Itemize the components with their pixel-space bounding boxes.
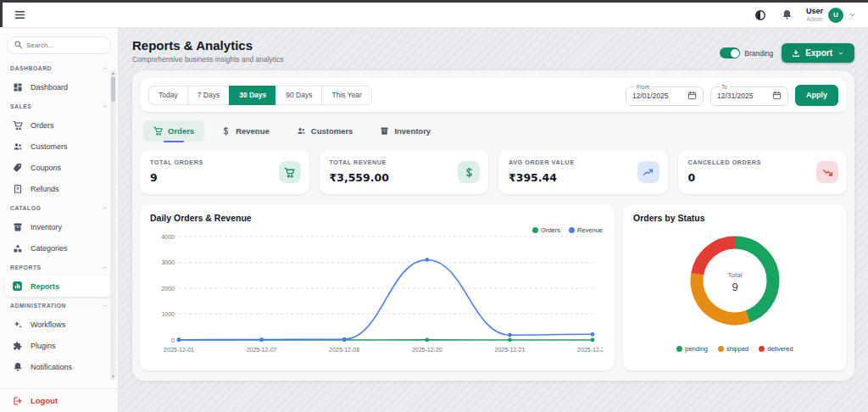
legend-item: shipped	[718, 345, 748, 353]
scroll-down-icon[interactable]: ▼	[110, 374, 116, 379]
sidebar-search	[7, 36, 111, 54]
sidebar-item-customers[interactable]: Customers	[5, 136, 113, 157]
range-30days-button[interactable]: 30 Days	[229, 86, 275, 105]
window-top-edge	[0, 0, 868, 3]
svg-text:3000: 3000	[161, 259, 175, 265]
sidebar-nav: DASHBOARD Dashboard SALES Orders Custome…	[0, 58, 118, 388]
svg-text:0: 0	[171, 337, 175, 343]
receipt-icon	[12, 184, 23, 194]
trend-up-icon	[637, 161, 659, 183]
sparkles-icon	[12, 320, 23, 330]
sidebar-item-inventory[interactable]: Inventory	[5, 216, 113, 237]
theme-toggle-icon[interactable]	[753, 8, 768, 23]
puzzle-icon	[12, 341, 23, 351]
shapes-icon	[12, 243, 23, 253]
search-icon	[14, 40, 23, 49]
sidebar-section-sales[interactable]: SALES	[5, 97, 113, 114]
chevron-down-icon	[849, 11, 856, 19]
chevron-up-icon	[102, 303, 108, 309]
notifications-bell-icon[interactable]	[780, 8, 794, 22]
chart-legend: OrdersRevenue	[532, 226, 603, 234]
export-button[interactable]: Export	[782, 43, 854, 63]
bar-chart-icon	[12, 281, 23, 292]
donut-chart: Total9	[671, 223, 798, 343]
range-thisyear-button[interactable]: This Year	[321, 86, 371, 105]
page-subtitle: Comprehensive business insights and anal…	[132, 55, 284, 64]
apply-button[interactable]: Apply	[795, 85, 838, 106]
sidebar-section-dashboard[interactable]: DASHBOARD	[5, 59, 113, 76]
range-7days-button[interactable]: 7 Days	[187, 86, 229, 105]
tab-orders[interactable]: Orders	[143, 120, 204, 142]
svg-text:2025-12-07: 2025-12-07	[247, 347, 277, 353]
sidebar-item-orders[interactable]: Orders	[5, 114, 113, 136]
chevron-down-icon	[837, 50, 844, 57]
page-title: Reports & Analytics	[132, 38, 284, 53]
sidebar-item-dashboard[interactable]: Dashboard	[5, 76, 113, 97]
tab-customers[interactable]: Customers	[287, 120, 364, 142]
svg-text:2000: 2000	[161, 286, 175, 292]
report-tabs: Orders Revenue Customers Inventory	[143, 120, 847, 142]
range-button-group: Today 7 Days 30 Days 90 Days This Year	[148, 86, 372, 105]
sidebar-section-administration[interactable]: ADMINISTRATION	[5, 297, 113, 314]
user-role: Admin	[806, 16, 823, 22]
user-name: User	[806, 8, 823, 15]
orders-by-status-chart: Orders by Status Total9 pendingshippedde…	[623, 204, 847, 370]
dollar-icon	[221, 126, 231, 136]
from-date-field[interactable]: From 12/01/2025	[626, 84, 704, 106]
svg-text:Total: Total	[728, 271, 743, 279]
archive-icon	[12, 222, 23, 232]
tag-icon	[12, 163, 23, 173]
sidebar-item-refunds[interactable]: Refunds	[5, 178, 113, 199]
line-chart: 010002000300040002025-12-012025-12-07202…	[150, 223, 603, 357]
svg-text:2025-12-01: 2025-12-01	[164, 347, 194, 353]
user-menu[interactable]: User Admin U	[806, 8, 856, 23]
dollar-icon	[458, 161, 480, 183]
main-content: Reports & Analytics Comprehensive busine…	[119, 28, 868, 412]
tab-revenue[interactable]: Revenue	[211, 120, 280, 142]
branding-toggle[interactable]: Branding	[720, 47, 773, 58]
users-icon	[12, 142, 23, 152]
chevron-up-icon	[102, 65, 108, 71]
legend-item: pending	[676, 345, 708, 353]
donut-legend: pendingshippeddelivered	[676, 345, 793, 353]
chevron-up-icon	[102, 103, 108, 109]
chevron-up-icon	[102, 205, 108, 211]
sidebar-item-categories[interactable]: Categories	[5, 237, 113, 259]
scroll-up-icon[interactable]: ▲	[110, 70, 116, 75]
range-today-button[interactable]: Today	[148, 86, 187, 105]
sidebar-section-catalog[interactable]: CATALOG	[5, 199, 113, 216]
svg-text:4000: 4000	[161, 234, 175, 240]
avatar: U	[828, 8, 843, 23]
topbar: User Admin U	[0, 3, 868, 28]
legend-item: Revenue	[569, 226, 603, 234]
chart-title: Daily Orders & Revenue	[150, 213, 604, 223]
legend-item: delivered	[759, 345, 793, 353]
bell-icon	[12, 362, 23, 372]
calendar-icon[interactable]	[772, 91, 782, 100]
users-icon	[297, 126, 306, 136]
sidebar-section-reports[interactable]: REPORTS	[5, 259, 113, 276]
sidebar: DASHBOARD Dashboard SALES Orders Custome…	[0, 28, 119, 412]
page-header: Reports & Analytics Comprehensive busine…	[119, 28, 868, 70]
range-90days-button[interactable]: 90 Days	[275, 86, 321, 105]
svg-text:2025-12-22: 2025-12-22	[577, 347, 603, 353]
sidebar-scrollbar[interactable]: ▲ ▼	[110, 70, 116, 380]
sidebar-item-reports[interactable]: Reports	[5, 276, 113, 297]
toggle-switch[interactable]	[720, 47, 740, 58]
svg-text:1000: 1000	[161, 311, 175, 317]
reports-panel: Today 7 Days 30 Days 90 Days This Year F…	[132, 70, 854, 381]
calendar-icon[interactable]	[687, 91, 697, 100]
sidebar-item-workflows[interactable]: Workflows	[5, 314, 113, 335]
logout-icon	[12, 396, 22, 406]
scrollbar-thumb[interactable]	[111, 76, 115, 102]
sidebar-item-coupons[interactable]: Coupons	[5, 157, 113, 178]
tab-inventory[interactable]: Inventory	[370, 120, 441, 142]
svg-text:2025-12-21: 2025-12-21	[494, 347, 525, 353]
sidebar-item-notifications[interactable]: Notifications	[5, 356, 113, 377]
sidebar-item-plugins[interactable]: Plugins	[5, 335, 113, 356]
to-date-field[interactable]: To 12/31/2025	[710, 84, 788, 106]
logout-button[interactable]: Logout	[0, 388, 118, 412]
menu-icon[interactable]	[12, 7, 28, 23]
date-filter-bar: Today 7 Days 30 Days 90 Days This Year F…	[140, 78, 847, 112]
download-icon	[792, 49, 800, 58]
